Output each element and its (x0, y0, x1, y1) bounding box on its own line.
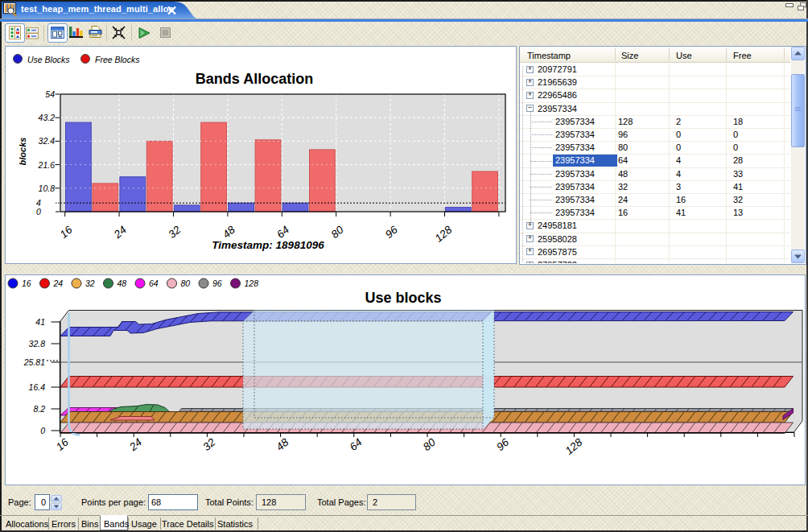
svg-text:25.81: 25.81 (23, 357, 45, 367)
svg-text:54: 54 (45, 89, 55, 99)
svg-text:0: 0 (36, 207, 41, 217)
svg-text:24: 24 (53, 278, 64, 288)
svg-text:32.8: 32.8 (29, 339, 46, 348)
svg-text:10.8: 10.8 (39, 184, 56, 193)
svg-text:16: 16 (22, 278, 31, 288)
svg-text:Bands Allocation: Bands Allocation (196, 71, 313, 87)
svg-text:64: 64 (149, 278, 159, 288)
svg-text:8.2: 8.2 (33, 404, 45, 414)
svg-text:Use blocks: Use blocks (365, 290, 441, 306)
svg-text:128: 128 (245, 278, 259, 288)
svg-text:16.4: 16.4 (29, 382, 46, 392)
svg-text:blocks: blocks (18, 138, 27, 166)
svg-text:96: 96 (212, 278, 222, 288)
svg-text:41: 41 (35, 317, 45, 327)
svg-text:Timestamp: 18981096: Timestamp: 18981096 (212, 239, 324, 251)
svg-text:21.6: 21.6 (38, 160, 56, 170)
svg-text:48: 48 (117, 278, 127, 288)
svg-text:0: 0 (40, 426, 45, 435)
svg-text:80: 80 (181, 278, 191, 288)
svg-text:43.2: 43.2 (39, 113, 56, 122)
svg-text:Use Blocks: Use Blocks (27, 55, 70, 64)
svg-text:32.4: 32.4 (39, 136, 56, 146)
svg-text:32: 32 (85, 278, 95, 288)
svg-text:Free Blocks: Free Blocks (95, 55, 140, 64)
